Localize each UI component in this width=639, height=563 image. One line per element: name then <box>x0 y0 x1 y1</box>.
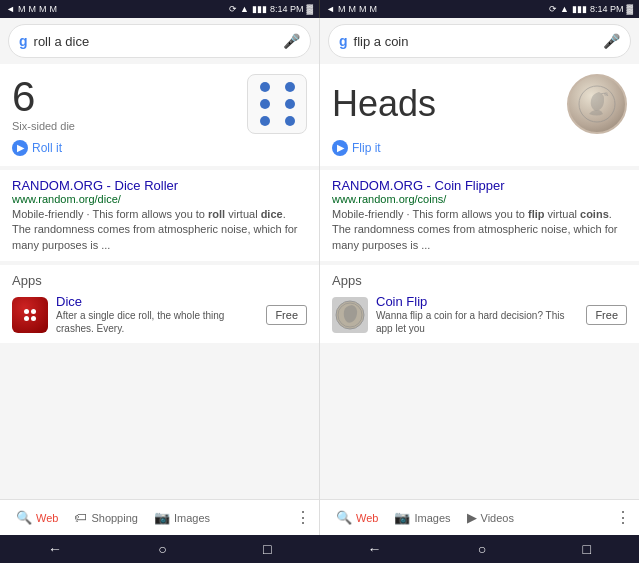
app-dot-2 <box>31 309 36 314</box>
dice-label: Six-sided die <box>12 120 75 132</box>
left-nav-images[interactable]: 📷 Images <box>146 506 218 529</box>
dice-free-button[interactable]: Free <box>266 305 307 325</box>
recent-button-2[interactable]: □ <box>582 541 590 557</box>
left-search-text: roll a dice <box>34 34 277 49</box>
dice-app-name[interactable]: Dice <box>56 294 258 309</box>
roll-action-circle[interactable]: ▶ <box>12 140 28 156</box>
tag-icon-left: 🏷 <box>74 510 87 525</box>
left-nav-images-label: Images <box>174 512 210 524</box>
app-dot-4 <box>31 316 36 321</box>
gmail3-icon-2: M <box>348 4 356 14</box>
home-button-2[interactable]: ○ <box>478 541 486 557</box>
dot-4 <box>285 99 295 109</box>
right-nav-images[interactable]: 📷 Images <box>386 506 458 529</box>
right-nav-videos-label: Videos <box>481 512 514 524</box>
right-apps-label: Apps <box>332 273 627 288</box>
mic-icon-right[interactable]: 🎤 <box>603 33 620 49</box>
coin-app-name[interactable]: Coin Flip <box>376 294 578 309</box>
time-right: 8:14 PM <box>590 4 624 14</box>
back-button-2[interactable]: ← <box>368 541 382 557</box>
left-bottom-nav: 🔍 Web 🏷 Shopping 📷 Images ⋮ <box>0 499 319 535</box>
roll-button[interactable]: Roll it <box>32 141 62 155</box>
signal-icon: ▮▮▮ <box>252 4 267 14</box>
search-icon-left: 🔍 <box>16 510 32 525</box>
back-button[interactable]: ← <box>48 541 62 557</box>
coin-image <box>567 74 627 134</box>
dot-2 <box>285 82 295 92</box>
right-panel: g flip a coin 🎤 Heads <box>320 18 639 535</box>
recent-button[interactable]: □ <box>263 541 271 557</box>
left-panel: g roll a dice 🎤 6 Six-sided die <box>0 18 320 535</box>
mic-icon-left[interactable]: 🎤 <box>283 33 300 49</box>
left-nav-more[interactable]: ⋮ <box>295 508 311 527</box>
flip-button[interactable]: Flip it <box>352 141 381 155</box>
search-icon-right: 🔍 <box>336 510 352 525</box>
left-nav-web[interactable]: 🔍 Web <box>8 506 66 529</box>
battery-icon: ▓ <box>306 4 313 14</box>
left-apps-label: Apps <box>12 273 307 288</box>
gmail3-icon: M <box>39 4 47 14</box>
google-g-icon-left: g <box>19 33 28 49</box>
right-search-bar[interactable]: g flip a coin 🎤 <box>328 24 631 58</box>
video-icon-right: ▶ <box>467 510 477 525</box>
app-dot-1 <box>24 309 29 314</box>
flip-arrow-icon: ▶ <box>337 143 344 153</box>
sync-icon-2: ⟳ <box>549 4 557 14</box>
signal-icon-2: ▮▮▮ <box>572 4 587 14</box>
right-nav-videos[interactable]: ▶ Videos <box>459 506 522 529</box>
dot-1 <box>260 82 270 92</box>
roll-arrow-icon: ▶ <box>17 143 24 153</box>
right-web-result: RANDOM.ORG - Coin Flipper www.random.org… <box>320 170 639 261</box>
dice-app-icon <box>12 297 48 333</box>
right-apps-section: Apps Coin Flip Wanna flip a coin for a h… <box>320 265 639 343</box>
sync-icon: ⟳ <box>229 4 237 14</box>
left-search-bar[interactable]: g roll a dice 🎤 <box>8 24 311 58</box>
dot-6 <box>285 116 295 126</box>
gmail-icon-2: M <box>338 4 346 14</box>
dice-app-desc: After a single dice roll, the whole thin… <box>56 309 258 335</box>
coin-app-icon <box>332 297 368 333</box>
dot-3 <box>260 99 270 109</box>
left-web-result-desc: Mobile-friendly · This form allows you t… <box>12 207 307 253</box>
right-nav-web[interactable]: 🔍 Web <box>328 506 386 529</box>
left-web-result-title[interactable]: RANDOM.ORG - Dice Roller <box>12 178 307 193</box>
coin-result-text: Heads <box>332 83 436 125</box>
left-nav-shopping[interactable]: 🏷 Shopping <box>66 506 146 529</box>
svg-point-1 <box>604 92 608 96</box>
status-bar-left: ◄ M M M M <box>6 4 57 14</box>
dice-app-info: Dice After a single dice roll, the whole… <box>56 294 258 335</box>
gmail-icon: M <box>18 4 26 14</box>
left-nav-shopping-label: Shopping <box>91 512 138 524</box>
back-arrow-icon: ◄ <box>6 4 15 14</box>
coin-app-svg <box>332 297 368 333</box>
google-g-icon-right: g <box>339 33 348 49</box>
coin-silhouette-svg <box>577 84 617 124</box>
coin-app-info: Coin Flip Wanna flip a coin for a hard d… <box>376 294 578 335</box>
flip-action-circle[interactable]: ▶ <box>332 140 348 156</box>
right-web-result-desc: Mobile-friendly · This form allows you t… <box>332 207 627 253</box>
coin-app-desc: Wanna flip a coin for a hard decision? T… <box>376 309 578 335</box>
left-web-result-url: www.random.org/dice/ <box>12 193 307 205</box>
coin-result-card: Heads <box>320 64 639 166</box>
wifi-icon: ▲ <box>240 4 249 14</box>
camera-icon-left: 📷 <box>154 510 170 525</box>
dice-result-card: 6 Six-sided die ▶ <box>0 64 319 166</box>
notification-icon: M <box>49 4 57 14</box>
app-dot-3 <box>24 316 29 321</box>
right-web-result-title[interactable]: RANDOM.ORG - Coin Flipper <box>332 178 627 193</box>
notification-icon-2: M <box>369 4 377 14</box>
dice-number: 6 <box>12 76 75 118</box>
time-left: 8:14 PM <box>270 4 304 14</box>
coin-free-button[interactable]: Free <box>586 305 627 325</box>
gmail4-icon-2: M <box>359 4 367 14</box>
right-web-result-url: www.random.org/coins/ <box>332 193 627 205</box>
wifi-icon-2: ▲ <box>560 4 569 14</box>
dice-visual <box>247 74 307 134</box>
left-apps-section: Apps Dice After a single dice roll, the … <box>0 265 319 343</box>
home-button[interactable]: ○ <box>158 541 166 557</box>
right-nav-more[interactable]: ⋮ <box>615 508 631 527</box>
battery-icon-2: ▓ <box>626 4 633 14</box>
back-arrow-icon-2: ◄ <box>326 4 335 14</box>
left-scroll: 6 Six-sided die ▶ <box>0 64 319 499</box>
right-bottom-nav: 🔍 Web 📷 Images ▶ Videos ⋮ <box>320 499 639 535</box>
